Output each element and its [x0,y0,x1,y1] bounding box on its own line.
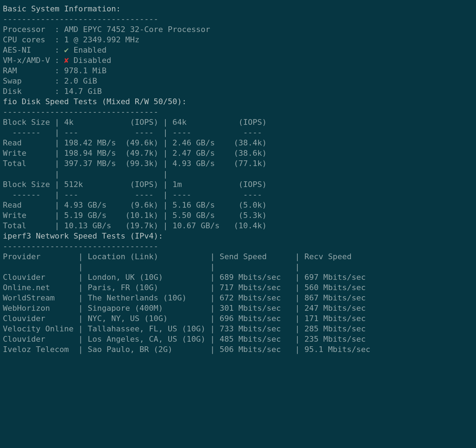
iperf-title: iperf3 Network Speed Tests (IPv4): [3,231,473,241]
fio-header: Block Size | 512k (IOPS) | 1m (IOPS) [3,179,473,190]
check-icon: ✔ [64,46,69,54]
basic-row: Disk : 14.7 GiB [3,86,473,96]
iperf-row: WebHorizon | Singapore (400M) | 301 Mbit… [3,303,473,313]
basic-row: CPU cores : 1 @ 2349.992 MHz [3,34,473,45]
iperf-row: WorldStream | The Netherlands (10G) | 67… [3,293,473,303]
iperf-row: Clouvider | NYC, NY, US (10G) | 696 Mbit… [3,313,473,324]
basic-title: Basic System Information: [3,4,473,14]
fio-row: Total | 397.37 MB/s (99.3k) | 4.93 GB/s … [3,158,473,169]
basic-row: Swap : 2.0 GiB [3,76,473,86]
basic-row: Processor : AMD EPYC 7452 32-Core Proces… [3,24,473,34]
iperf-row: Clouvider | Los Angeles, CA, US (10G) | … [3,334,473,344]
basic-row: RAM : 978.1 MiB [3,65,473,76]
iperf-header: Provider | Location (Link) | Send Speed … [3,251,473,262]
fio-header: Block Size | 4k (IOPS) | 64k (IOPS) [3,117,473,127]
iperf-blank: | | | [3,262,473,272]
fio-row: Read | 198.42 MB/s (49.6k) | 2.46 GB/s (… [3,138,473,148]
fio-under: ------ | --- ---- | ---- ---- [3,190,473,200]
cross-icon: ✘ [64,56,69,65]
iperf-row: Online.net | Paris, FR (10G) | 717 Mbits… [3,282,473,293]
fio-dashes: --------------------------------- [3,107,473,117]
iperf-row: Iveloz Telecom | Sao Paulo, BR (2G) | 50… [3,344,473,354]
iperf-dashes: --------------------------------- [3,241,473,251]
fio-blank: | | [3,169,473,179]
iperf-row: Velocity Online | Tallahassee, FL, US (1… [3,324,473,334]
fio-row: Write | 198.94 MB/s (49.7k) | 2.47 GB/s … [3,148,473,158]
fio-row: Read | 4.93 GB/s (9.6k) | 5.16 GB/s (5.0… [3,200,473,210]
fio-row: Total | 10.13 GB/s (19.7k) | 10.67 GB/s … [3,220,473,231]
basic-row: AES-NI : ✔ Enabled [3,45,473,55]
fio-row: Write | 5.19 GB/s (10.1k) | 5.50 GB/s (5… [3,210,473,220]
terminal-output: Basic System Information:---------------… [0,0,476,362]
basic-row: VM-x/AMD-V : ✘ Disabled [3,55,473,65]
basic-dashes: --------------------------------- [3,14,473,24]
iperf-row: Clouvider | London, UK (10G) | 689 Mbits… [3,272,473,282]
fio-title: fio Disk Speed Tests (Mixed R/W 50/50): [3,96,473,107]
fio-under: ------ | --- ---- | ---- ---- [3,127,473,138]
